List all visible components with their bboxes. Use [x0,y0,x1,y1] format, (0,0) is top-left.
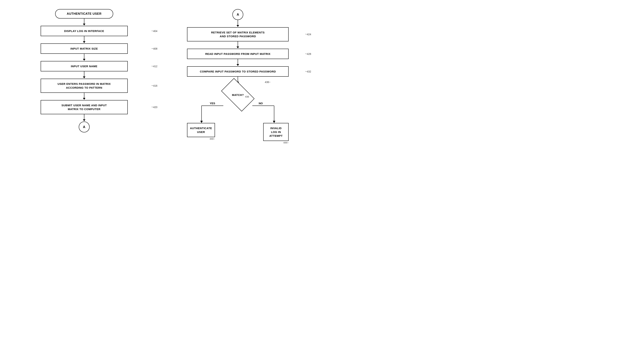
step-440: AUTHENTICATE USER [187,123,215,137]
svg-text:YES: YES [210,102,215,105]
step-row-428: READ INPUT PASSWORD FROM INPUT MATRIX 42… [161,49,315,59]
label-420: 420 [152,106,158,109]
step-row-440: AUTHENTICATE USER 440~ [187,123,215,140]
left-flowchart: AUTHENTICATE USER DISPLAY LOG IN INTERFA… [7,6,161,173]
step-432: COMPARE INPUT PASSWORD TO STORED PASSWOR… [187,66,288,77]
step-404: DISPLAY LOG IN INTERFACE [41,26,128,36]
step-row-412: INPUT USER NAME 412 [7,61,161,71]
arrow-6 [83,114,86,121]
r-arrow-2 [236,41,239,49]
label-408: 408 [152,47,158,50]
label-412: 412 [152,65,158,68]
step-412: INPUT USER NAME [41,61,128,71]
label-404: 404 [152,30,158,33]
step-408: INPUT MATRIX SIZE [41,43,128,54]
diamond-text: MATCH? [232,93,244,96]
connector-a-right: A [232,9,243,20]
svg-text:NO: NO [259,102,263,105]
svg-marker-2 [200,121,203,123]
arrow-3 [83,54,86,61]
step-row-416: USER ENTERS PASSWORD IN MATRIX ACCORDING… [7,79,161,93]
step-row-408: INPUT MATRIX SIZE 408 [7,43,161,54]
r-arrow-3 [236,59,239,66]
step-444: INVALID LOG IN ATTEMPT [263,123,288,141]
label-428: 428 [305,52,311,56]
step-416: USER ENTERS PASSWORD IN MATRIX ACCORDING… [41,79,128,93]
step-row-420: SUBMIT USER NAME AND INPUT MATRIX TO COM… [7,100,161,114]
branch-svg-container: YES NO 436 AUTHENTICATE USER 440~ INVALI… [184,95,292,135]
arrow-5 [83,93,86,100]
step-row-404: DISPLAY LOG IN INTERFACE 404 [7,26,161,36]
right-flowchart: A RETRIEVE SET OF MATRIX ELEMENTS AND ST… [161,6,315,173]
step-row-424: RETRIEVE SET OF MATRIX ELEMENTS AND STOR… [161,27,315,41]
arrow-1 [83,19,86,26]
arrow-2 [83,36,86,43]
label-432: 432 [305,70,311,73]
step-row-432: COMPARE INPUT PASSWORD TO STORED PASSWOR… [161,66,315,77]
arrow-4 [83,71,86,79]
step-row-444: INVALID LOG IN ATTEMPT 444~ [263,123,288,144]
label-424: 424 [305,33,311,36]
start-node: AUTHENTICATE USER [55,9,113,19]
svg-text:436: 436 [245,95,249,98]
step-424: RETRIEVE SET OF MATRIX ELEMENTS AND STOR… [187,27,288,41]
label-436: 436~ [265,81,271,84]
step-428: READ INPUT PASSWORD FROM INPUT MATRIX [187,49,288,59]
connector-a-left: A [79,121,90,132]
r-arrow-1 [236,20,239,27]
svg-marker-5 [273,121,276,123]
label-416: 416 [152,84,158,87]
step-420: SUBMIT USER NAME AND INPUT MATRIX TO COM… [41,100,128,114]
